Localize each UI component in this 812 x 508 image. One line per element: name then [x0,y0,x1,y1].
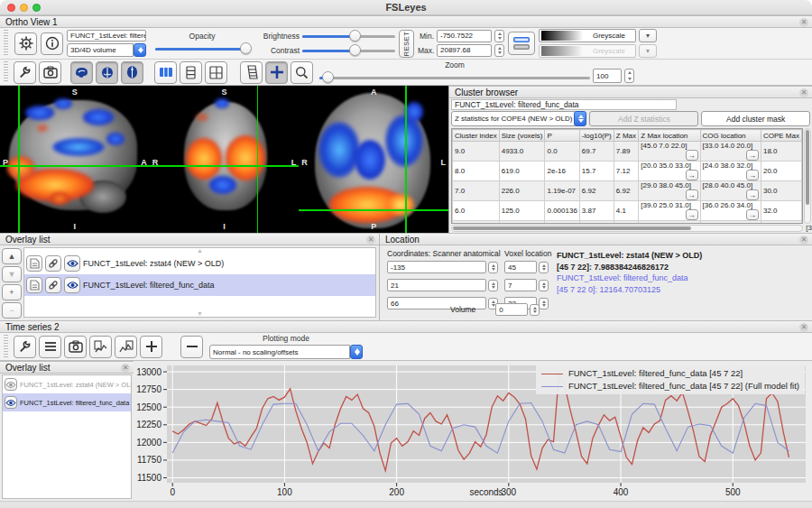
eye-visible-icon[interactable] [64,255,80,272]
goto-location-button[interactable]: → [746,209,759,220]
toggle-crosshair-button[interactable] [265,61,288,84]
cluster-table-row[interactable]: 8.0619.02e-1615.77.12[20.0 35.0 33.0]→[2… [453,162,802,181]
timeseries-overlay-item[interactable]: FUNCT_1stLevel: zstat4 (NEW > OLD) [3,375,131,393]
movie-mode-button[interactable] [240,61,263,84]
location-close-icon[interactable]: ✕ [799,236,808,245]
link-overlay-icon[interactable] [45,255,61,272]
volume-spinner[interactable] [530,304,540,316]
timeseries-chart[interactable]: 1150011750120001225012500127501300001002… [134,361,812,501]
layout-grid-button[interactable] [205,61,227,84]
voxel-z-spinner[interactable] [539,298,549,309]
goto-location-button[interactable]: → [686,189,698,200]
timeseries-close-icon[interactable]: ✕ [799,323,808,332]
ortho-close-icon[interactable]: ✕ [799,18,808,27]
export-data-button[interactable] [115,336,137,358]
cluster-stats-select[interactable]: Z statistics for COPE4 (NEW > OLD) [451,111,586,126]
toggle-axial-button[interactable] [121,61,143,84]
toolbar-drag-handle[interactable] [4,30,8,57]
voxel-y-spinner[interactable] [539,280,549,291]
reset-button[interactable]: RESET [399,30,414,58]
cluster-table-row[interactable]: 6.0125.00.0001363.874.1[39.0 25.0 31.0]→… [453,201,802,221]
goto-location-button[interactable]: → [746,150,759,161]
overlay-name-field[interactable]: FUNCT_1stLevel: filtered_fun [67,30,146,42]
eye-hidden-icon[interactable] [5,378,17,391]
eye-visible-icon[interactable] [5,396,17,409]
overlay-type-select[interactable]: 3D/4D volume [67,43,134,57]
colormap-pair-button[interactable] [508,32,535,55]
goto-location-button[interactable]: → [746,170,759,180]
voxel-x-field[interactable]: 45 [504,261,537,273]
min-spinner[interactable] [494,30,504,42]
link-overlay-icon[interactable] [45,277,61,293]
overlay-list-item[interactable]: FUNCT_1stLevel: zstat4 (NEW > OLD) [24,253,375,274]
zoom-tool-button[interactable] [291,61,313,84]
cluster-column-header[interactable]: Size (voxels) [499,130,545,142]
world-x-field[interactable]: -135 [387,261,486,273]
cluster-column-header[interactable]: Z Max location [639,130,700,142]
cluster-column-header[interactable]: Cluster index [453,130,500,142]
max-spinner[interactable] [494,44,504,57]
cluster-column-header[interactable]: -log10(P) [579,130,614,142]
colormap-select-1[interactable]: Greyscale [539,29,636,42]
goto-location-button[interactable]: → [686,209,698,220]
opacity-slider[interactable] [155,42,249,55]
overlay-remove-button[interactable]: − [2,302,22,319]
brightness-slider[interactable] [302,30,395,42]
cluster-stats-stepper[interactable] [574,111,586,126]
save-overlay-icon[interactable] [26,255,42,272]
overlay-move-down-button[interactable]: ▼ [2,266,22,282]
world-x-spinner[interactable] [488,262,498,273]
import-data-button[interactable] [89,336,112,358]
cluster-table-row[interactable]: 5.0123.00.0001593.85.86[42.0 38.0 34.0]→… [453,221,802,225]
plotting-mode-stepper[interactable] [350,345,363,359]
overlay-type-stepper[interactable] [134,43,146,57]
axial-view[interactable]: A P R L [299,86,448,233]
goto-location-button[interactable]: → [686,150,698,161]
volume-field[interactable]: 0 [495,303,528,316]
min-value-field[interactable]: -750.7522 [437,30,492,42]
voxel-x-spinner[interactable] [539,262,549,273]
cluster-column-header[interactable]: Z Max [614,130,639,142]
overlay-settings-button[interactable] [14,32,37,55]
voxel-y-field[interactable]: 7 [504,279,537,291]
zoom-slider[interactable] [319,71,590,84]
contrast-slider-thumb[interactable] [349,44,361,56]
brightness-slider-thumb[interactable] [349,30,361,42]
goto-location-button[interactable]: → [746,189,759,200]
view-settings-button[interactable] [14,61,36,84]
overlay-info-button[interactable] [41,32,63,55]
plotting-mode-select[interactable]: Normal - no scaling/offsets [209,345,350,359]
world-y-spinner[interactable] [488,280,498,291]
colormap-1-dropdown-arrow[interactable]: ▾ [639,29,657,42]
add-cluster-mask-button[interactable]: Add cluster mask [701,111,810,126]
cluster-column-header[interactable]: P [545,130,579,142]
cluster-column-header[interactable]: COG location [700,130,761,142]
overlay-list-item-selected[interactable]: FUNCT_1stLevel: filtered_func_data [24,274,375,296]
zoom-slider-thumb[interactable] [322,71,334,83]
layout-vertical-button[interactable] [180,61,202,84]
world-y-field[interactable]: 21 [387,279,486,291]
overlay-move-up-button[interactable]: ▲ [2,248,22,264]
eye-visible-icon[interactable] [64,277,80,293]
save-overlay-icon[interactable] [26,277,42,293]
timeseries-overlay-item-selected[interactable]: FUNCT_1stLevel: filtered_func_data [3,393,131,411]
cluster-table-row[interactable]: 9.04933.00.069.77.89[45.0 7.0 22.0]→[33.… [453,142,802,162]
ortho-canvas[interactable]: S I P A S I R L [0,86,448,233]
toggle-sagittal-button[interactable] [70,61,93,84]
cluster-browser-close-icon[interactable]: ✕ [799,88,808,97]
timeseries-overlay-close-icon[interactable]: ✕ [121,364,130,373]
cluster-vertical-scrollbar[interactable] [804,128,811,224]
overlay-add-button[interactable]: + [2,284,22,300]
overlay-list-close-icon[interactable]: ✕ [366,236,375,245]
cluster-horizontal-scrollbar[interactable] [451,225,803,232]
toolbar-drag-handle-3[interactable] [4,335,8,358]
toolbar-drag-handle-2[interactable] [4,61,8,83]
max-value-field[interactable]: 20897.68 [437,44,492,57]
plot-screenshot-button[interactable] [64,336,87,358]
cluster-column-header[interactable]: COPE Max [761,130,801,142]
coronal-view[interactable]: S I R L [150,86,300,233]
cluster-table[interactable]: Cluster indexSize (voxels)P-log10(P)Z Ma… [451,128,803,224]
remove-timeseries-button[interactable] [180,336,203,358]
zoom-value-field[interactable]: 100 [593,69,622,83]
plot-settings-button[interactable] [14,336,36,358]
